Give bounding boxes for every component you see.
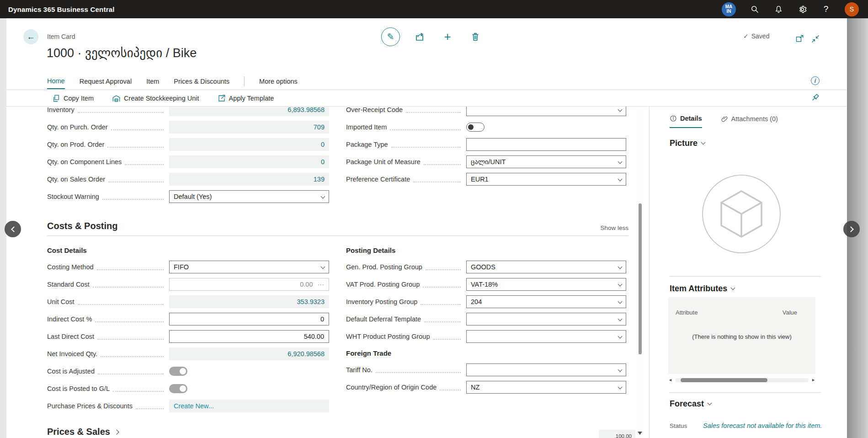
control-net-invoiced-qty[interactable]: 6,920.98568 [169, 347, 329, 360]
tab-request-approval[interactable]: Request Approval [80, 78, 132, 89]
scroll-left-arrow-icon[interactable]: ◄ [668, 377, 674, 383]
next-record-button[interactable] [843, 221, 860, 237]
input-package-type[interactable] [466, 138, 626, 151]
toggle-cost-is-adjusted[interactable] [169, 367, 187, 376]
control-standard-cost[interactable]: 0.00··· [169, 278, 329, 291]
general-fields-left: Inventory6,893.98568Qty. on Purch. Order… [47, 107, 329, 208]
field-wht-product-posting-group: WHT Product Posting Group [346, 330, 626, 343]
tab-item[interactable]: Item [146, 78, 159, 89]
toggle-cost-is-posted-to-g-l[interactable] [169, 384, 187, 393]
settings-gear-icon[interactable] [797, 4, 807, 14]
horizontal-scrollbar-thumb[interactable] [681, 378, 767, 382]
forecast-status-link[interactable]: Sales forecast not available for this it… [703, 422, 822, 429]
open-in-new-window-icon[interactable] [793, 32, 806, 45]
control-inventory[interactable]: 6,893.98568 [169, 107, 329, 116]
unit-price-preview-field[interactable]: 100.00 [599, 430, 635, 438]
control-inventory-posting-group[interactable]: 204 [466, 295, 626, 308]
attribute-column-header[interactable]: Attribute [676, 309, 698, 316]
user-avatar[interactable]: S [845, 2, 859, 16]
horizontal-scrollbar[interactable]: ◄ ► [668, 377, 815, 383]
back-button[interactable]: ← [23, 29, 38, 44]
control-vat-prod-posting-group[interactable]: VAT-18% [466, 278, 626, 291]
control-cost-is-adjusted[interactable] [169, 365, 329, 378]
search-icon[interactable] [750, 4, 760, 14]
control-country-region-of-origin-code[interactable]: NZ [466, 381, 626, 394]
assist-edit-icon[interactable]: ··· [318, 281, 325, 288]
dotted-leader [424, 159, 461, 165]
control-stockout-warning[interactable]: Default (Yes) [169, 190, 329, 203]
field-label: Costing Method [47, 263, 97, 271]
control-qty-on-purch-order[interactable]: 709 [169, 121, 329, 134]
notifications-bell-icon[interactable] [773, 4, 783, 14]
control-purchase-prices-discounts[interactable]: Create New... [169, 400, 329, 412]
horizontal-scrollbar-track[interactable] [675, 378, 809, 382]
field-label: Inventory [47, 107, 78, 113]
field-value[interactable]: Create New... [174, 402, 214, 410]
control-gen-prod-posting-group[interactable]: GOODS [466, 261, 626, 273]
control-preference-certificate[interactable]: EUR1 [466, 173, 626, 186]
scroll-down-arrow-icon[interactable] [638, 432, 642, 435]
teaching-tip-info-icon[interactable]: i [811, 76, 820, 85]
control-costing-method[interactable]: FIFO [169, 261, 329, 273]
create-stockkeeping-unit-button[interactable]: Create Stockkeeping Unit [112, 94, 199, 103]
chevron-right-icon [114, 429, 119, 434]
field-label: Tariff No. [346, 366, 376, 374]
app-brand[interactable]: Dynamics 365 Business Central [0, 5, 115, 13]
control-cost-is-posted-to-g-l[interactable] [169, 382, 329, 395]
field-label: Qty. on Component Lines [47, 158, 125, 166]
copy-item-button[interactable]: Copy Item [52, 94, 94, 102]
input-indirect-cost[interactable] [169, 313, 329, 326]
field-label: Stockout Warning [47, 193, 102, 200]
help-icon[interactable]: ? [821, 4, 831, 14]
factbox-tab-attachments[interactable]: Attachments (0) [721, 115, 778, 128]
tab-more-options[interactable]: More options [259, 78, 298, 89]
control-over-receipt-code[interactable] [466, 107, 626, 116]
control-qty-on-component-lines[interactable]: 0 [169, 155, 329, 168]
chevron-left-icon [11, 226, 17, 232]
input-last-direct-cost[interactable] [169, 330, 329, 343]
control-default-deferral-template[interactable] [466, 313, 626, 326]
field-label: Standard Cost [47, 281, 93, 288]
cube-icon [716, 187, 767, 240]
collapse-window-icon[interactable] [809, 32, 822, 45]
field-standard-cost: Standard Cost0.00··· [47, 278, 329, 291]
toggle-imported-item[interactable] [466, 123, 485, 132]
tab-prices-discounts[interactable]: Prices & Discounts [174, 78, 229, 89]
field-value: GOODS [471, 263, 495, 271]
control-imported-item[interactable] [466, 121, 626, 134]
tab-home[interactable]: Home [47, 77, 65, 89]
field-label: Qty. on Prod. Order [47, 141, 107, 148]
chevron-down-icon [618, 264, 623, 269]
control-qty-on-sales-order[interactable]: 139 [169, 173, 329, 186]
dotted-leader [136, 403, 164, 409]
control-unit-cost[interactable]: 353.9323 [169, 295, 329, 308]
vertical-scrollbar-thumb[interactable] [639, 203, 642, 354]
vertical-scrollbar[interactable] [637, 107, 643, 438]
control-package-unit-of-measure[interactable]: ცალი/UNIT [466, 155, 626, 168]
apply-template-button[interactable]: Apply Template [218, 94, 274, 102]
share-button[interactable] [413, 30, 426, 43]
edit-button[interactable]: ✎ [381, 27, 400, 46]
control-qty-on-prod-order[interactable]: 0 [169, 138, 329, 151]
field-label: Cost is Adjusted [47, 368, 98, 375]
new-record-button[interactable]: + [441, 30, 454, 43]
dotted-leader [440, 385, 461, 390]
item-picture-placeholder[interactable] [702, 175, 781, 253]
previous-record-button[interactable] [5, 221, 21, 237]
prices-sales-section-header[interactable]: Prices & Sales [47, 427, 118, 437]
field-indirect-cost: Indirect Cost % [47, 313, 329, 326]
forecast-section-header[interactable]: Forecast [670, 399, 711, 409]
pin-icon[interactable] [810, 93, 821, 104]
item-attributes-section-header[interactable]: Item Attributes [670, 284, 735, 294]
environment-badge[interactable]: MA IN [722, 2, 736, 16]
field-label: Unit Cost [47, 298, 78, 305]
scroll-right-arrow-icon[interactable]: ► [810, 377, 815, 383]
field-value: 0 [321, 141, 325, 148]
value-column-header[interactable]: Value [783, 309, 797, 316]
picture-section-header[interactable]: Picture [670, 139, 705, 148]
control-tariff-no[interactable] [466, 363, 626, 376]
factbox-tab-details[interactable]: Details [670, 115, 702, 128]
control-wht-product-posting-group[interactable] [466, 330, 626, 343]
delete-button[interactable] [469, 30, 482, 43]
show-less-link[interactable]: Show less [600, 224, 628, 231]
